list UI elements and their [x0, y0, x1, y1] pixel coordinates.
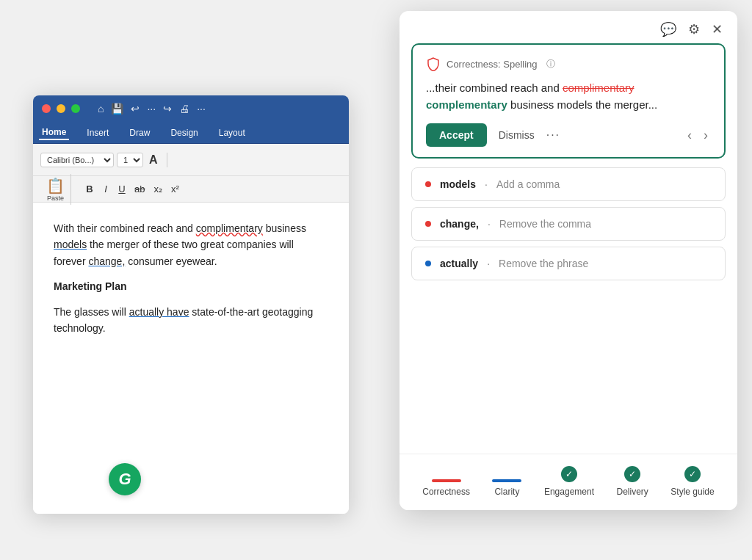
save-icon: 💾 — [111, 103, 123, 114]
word-models: models — [54, 239, 87, 250]
suggestion-word-models: models — [440, 178, 476, 190]
category-bar: Correctness Clarity ✓ Engagement ✓ Deliv… — [400, 454, 737, 510]
paragraph-2: The glasses will actually have state-of-… — [54, 304, 328, 337]
shield-correctness-icon — [426, 57, 441, 71]
font-selector[interactable]: Calibri (Bo...) — [40, 153, 114, 167]
grammarly-g-letter: G — [118, 470, 131, 489]
word-actually-have: actually have — [129, 306, 189, 318]
suggestion-sep-change: · — [488, 218, 491, 230]
suggestion-desc-models: Add a comma — [496, 178, 560, 190]
accept-button[interactable]: Accept — [426, 123, 487, 147]
font-grow-button[interactable]: A — [146, 153, 161, 167]
maximize-button[interactable] — [71, 104, 80, 113]
suggestion-list: models · Add a comma change, · Remove th… — [400, 167, 737, 280]
suggestion-sep-models: · — [485, 178, 488, 190]
grammarly-panel: 💬 ⚙ ✕ Correctness: Spelling ⓘ ...their c… — [400, 11, 737, 510]
clarity-indicator — [492, 479, 521, 482]
superscript-button[interactable]: x² — [168, 182, 182, 196]
redo-icon: ↪ — [163, 103, 172, 114]
delivery-label: Delivery — [617, 487, 648, 497]
word-change: change, — [88, 255, 125, 267]
word-format-bar2: 📋 Paste B I U ab x₂ x² — [33, 176, 349, 203]
more-icon: ··· — [147, 103, 156, 114]
engagement-check-icon: ✓ — [561, 466, 577, 482]
word-toolbar-icons: ⌂ 💾 ↩ ··· ↪ 🖨 ··· — [98, 103, 206, 114]
word-content: With their combined reach and compliment… — [33, 203, 349, 514]
dot-blue-actually — [425, 261, 431, 266]
close-panel-icon[interactable]: ✕ — [712, 21, 723, 37]
correctness-indicator — [432, 479, 461, 482]
text-format-buttons: B I U ab x₂ x² — [83, 182, 182, 196]
paste-area: 📋 Paste — [40, 174, 71, 205]
category-correctness[interactable]: Correctness — [422, 479, 470, 497]
strikethrough-button[interactable]: ab — [131, 182, 148, 196]
font-size-selector[interactable]: 12 — [117, 153, 143, 167]
text-prefix-1: With their combined reach and — [54, 222, 196, 234]
panel-header: 💬 ⚙ ✕ — [400, 11, 737, 43]
minimize-button[interactable] — [57, 104, 65, 113]
grammarly-logo[interactable]: G — [109, 463, 141, 495]
marketing-heading: Marketing Plan — [54, 278, 328, 294]
tab-design[interactable]: Design — [167, 126, 200, 139]
extra-icon: ··· — [197, 103, 206, 114]
tab-insert[interactable]: Insert — [84, 126, 112, 139]
clarity-label: Clarity — [494, 487, 519, 497]
text-prefix-2: The glasses will — [54, 306, 129, 318]
correctness-label: Correctness — [422, 487, 470, 497]
prev-suggestion-button[interactable]: ‹ — [684, 128, 695, 143]
underline-button[interactable]: U — [115, 182, 129, 196]
category-engagement[interactable]: ✓ Engagement — [544, 466, 594, 497]
tab-layout[interactable]: Layout — [216, 126, 248, 139]
word-format-bar: Calibri (Bo...) 12 A — [33, 144, 349, 176]
suggestion-item-change[interactable]: change, · Remove the comma — [411, 207, 726, 241]
active-suggestion-card: Correctness: Spelling ⓘ ...their combine… — [411, 43, 726, 159]
suggestion-item-models[interactable]: models · Add a comma — [411, 167, 726, 201]
bold-button[interactable]: B — [83, 182, 96, 196]
suggestion-card-header: Correctness: Spelling ⓘ — [426, 57, 711, 71]
suggestion-text-after: business models the merger... — [507, 98, 657, 111]
next-suggestion-button[interactable]: › — [701, 128, 711, 143]
suggestion-text: ...their combined reach and complimentar… — [426, 80, 711, 113]
dot-red-models — [425, 181, 431, 187]
word-complimentary: complimentary — [196, 222, 263, 234]
close-button[interactable] — [42, 104, 51, 113]
nav-arrows: ‹ › — [684, 128, 711, 143]
correction-word: complementary — [426, 98, 507, 111]
paste-label: Paste — [47, 194, 64, 202]
delivery-check-icon: ✓ — [624, 466, 640, 482]
info-icon[interactable]: ⓘ — [546, 58, 555, 70]
style-guide-label: Style guide — [670, 487, 714, 497]
home-icon: ⌂ — [98, 103, 104, 114]
tab-home[interactable]: Home — [39, 126, 69, 140]
paste-icon: 📋 — [46, 177, 65, 194]
tab-draw[interactable]: Draw — [126, 126, 153, 139]
engagement-label: Engagement — [544, 487, 594, 497]
italic-button[interactable]: I — [99, 182, 112, 196]
suggestion-word-change: change, — [440, 218, 479, 230]
suggestion-sep-actually: · — [487, 258, 490, 269]
suggestion-text-before: ...their combined reach and — [426, 81, 563, 94]
word-window: ⌂ 💾 ↩ ··· ↪ 🖨 ··· Home Insert Draw Desig… — [33, 95, 349, 514]
category-clarity[interactable]: Clarity — [492, 479, 521, 497]
paragraph-1: With their combined reach and compliment… — [54, 220, 328, 269]
word-ribbon: Home Insert Draw Design Layout — [33, 122, 349, 144]
undo-icon: ↩ — [131, 103, 140, 114]
category-style-guide[interactable]: ✓ Style guide — [670, 466, 714, 497]
suggestion-actions: Accept Dismiss ··· ‹ › — [426, 123, 711, 147]
text-end-1: consumer eyewear. — [125, 255, 217, 267]
strikethrough-word: complimentary — [563, 81, 634, 94]
subscript-button[interactable]: x₂ — [151, 182, 165, 196]
comment-icon[interactable]: 💬 — [660, 21, 676, 37]
dot-red-change — [425, 221, 431, 227]
print-icon: 🖨 — [179, 103, 189, 114]
suggestion-item-actually[interactable]: actually · Remove the phrase — [411, 247, 726, 280]
dismiss-button[interactable]: Dismiss — [499, 129, 535, 141]
suggestion-desc-change: Remove the comma — [499, 218, 591, 230]
word-titlebar: ⌂ 💾 ↩ ··· ↪ 🖨 ··· — [33, 95, 349, 122]
grammarly-circle: G — [109, 463, 141, 495]
more-options-button[interactable]: ··· — [546, 128, 560, 142]
suggestion-word-actually: actually — [440, 258, 478, 269]
settings-icon[interactable]: ⚙ — [688, 21, 700, 37]
suggestion-type-label: Correctness: Spelling — [446, 59, 538, 70]
category-delivery[interactable]: ✓ Delivery — [617, 466, 648, 497]
